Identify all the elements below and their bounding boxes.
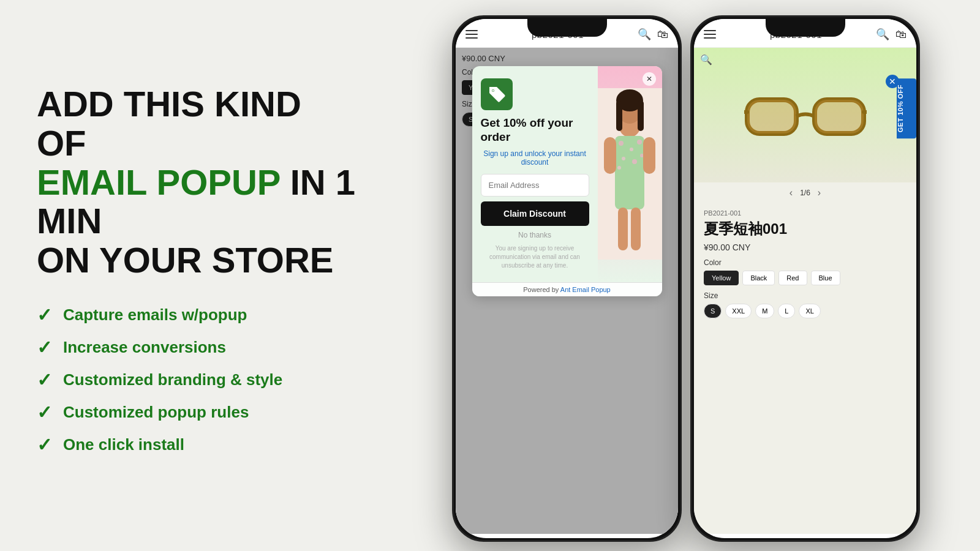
- feature-item-1: ✓ Capture emails w/popup: [37, 304, 355, 326]
- main-title: ADD THIS KIND OF EMAIL POPUP IN 1 MIN ON…: [37, 84, 355, 280]
- phone-2-content: 🔍: [694, 48, 916, 534]
- product-price: ¥90.00 CNY: [704, 242, 907, 252]
- glasses-svg: [744, 88, 867, 143]
- svg-rect-17: [643, 137, 655, 174]
- svg-rect-23: [815, 100, 864, 133]
- glasses-image: [744, 88, 867, 143]
- feature-label-1: Capture emails w/popup: [63, 305, 247, 324]
- powered-by-link[interactable]: Ant Email Popup: [560, 286, 611, 293]
- phone-2: pb2021-001 🔍 🛍 🔍: [690, 15, 920, 542]
- product-color-btn-yellow[interactable]: Yellow: [704, 271, 739, 285]
- product-color-btn-black[interactable]: Black: [742, 271, 775, 285]
- product-color-btn-blue[interactable]: Blue: [811, 271, 840, 285]
- check-icon-5: ✓: [37, 434, 52, 455]
- feature-label-2: Increase conversions: [63, 338, 226, 357]
- popup-heading: Get 10% off your order: [481, 116, 589, 144]
- svg-rect-18: [618, 208, 628, 250]
- search-icon[interactable]: 🔍: [638, 28, 651, 41]
- check-icon-2: ✓: [37, 337, 52, 358]
- check-icon-3: ✓: [37, 369, 52, 391]
- popup-tag-icon: [481, 78, 513, 110]
- svg-rect-7: [638, 100, 644, 131]
- phone-1-notch: [527, 17, 607, 37]
- svg-point-9: [619, 141, 624, 146]
- product-size-label: Size: [704, 291, 907, 300]
- phone-2-nav-icons: 🔍 🛍: [876, 28, 907, 41]
- feature-item-5: ✓ One click install: [37, 434, 355, 455]
- model-image-container: [598, 66, 662, 282]
- left-section: ADD THIS KIND OF EMAIL POPUP IN 1 MIN ON…: [0, 60, 392, 491]
- svg-point-12: [622, 157, 625, 160]
- get-discount-side-tab[interactable]: GET 10% OFF: [897, 78, 916, 138]
- svg-rect-21: [747, 100, 796, 133]
- popup-close-button[interactable]: ✕: [643, 72, 656, 86]
- popup-subheading: Sign up and unlock your instant discount: [481, 149, 589, 167]
- title-highlight: EMAIL POPUP: [37, 162, 281, 202]
- product-size-btn-xl[interactable]: XL: [799, 304, 820, 318]
- product-color-label: Color: [704, 258, 907, 267]
- phone-1: pb2021-001 🔍 🛍 ¥90.00 CNY Color Yellow B…: [452, 15, 682, 542]
- phones-section: pb2021-001 🔍 🛍 ¥90.00 CNY Color Yellow B…: [392, 9, 980, 542]
- side-tab-close-button[interactable]: ✕: [886, 75, 899, 88]
- svg-point-13: [632, 159, 637, 164]
- claim-discount-button[interactable]: Claim Discount: [481, 201, 589, 226]
- product-size-btn-l[interactable]: L: [778, 304, 795, 318]
- phone2-hamburger-icon[interactable]: [704, 30, 716, 39]
- feature-item-3: ✓ Customized branding & style: [37, 369, 355, 391]
- phone-1-screen: pb2021-001 🔍 🛍 ¥90.00 CNY Color Yellow B…: [456, 19, 678, 538]
- title-line3: ON YOUR STORE: [37, 240, 334, 280]
- feature-label-5: One click install: [63, 435, 184, 454]
- zoom-icon[interactable]: 🔍: [700, 54, 712, 66]
- svg-rect-6: [616, 100, 622, 131]
- phone-2-screen: pb2021-001 🔍 🛍 🔍: [694, 19, 916, 538]
- no-thanks-text[interactable]: No thanks: [481, 231, 589, 239]
- svg-point-14: [617, 166, 621, 170]
- phone-1-nav-icons: 🔍 🛍: [638, 28, 668, 41]
- product-color-buttons: Yellow Black Red Blue: [704, 271, 907, 285]
- check-icon-4: ✓: [37, 402, 52, 423]
- check-icon-1: ✓: [37, 304, 52, 326]
- title-line1: ADD THIS KIND OF: [37, 84, 301, 163]
- product-image-area: 🔍: [694, 48, 916, 182]
- svg-rect-8: [615, 136, 644, 209]
- feature-item-2: ✓ Increase conversions: [37, 337, 355, 358]
- powered-by-bar: Powered by Ant Email Popup: [472, 282, 662, 296]
- svg-point-11: [637, 140, 642, 144]
- pagination-prev[interactable]: ‹: [790, 187, 793, 198]
- product-sku: PB2021-001: [704, 209, 907, 217]
- email-popup: ✕ Get 10% off your or: [472, 66, 662, 296]
- product-color-btn-red[interactable]: Red: [778, 271, 807, 285]
- model-illustration: [598, 88, 662, 260]
- email-input[interactable]: [481, 174, 589, 197]
- product-size-buttons: S XXL M L XL: [704, 304, 907, 318]
- popup-disclaimer: You are signing up to receive communicat…: [481, 244, 589, 270]
- product-name: 夏季短袖001: [704, 219, 907, 239]
- features-list: ✓ Capture emails w/popup ✓ Increase conv…: [37, 304, 355, 455]
- image-pagination: ‹ 1/6 ›: [694, 182, 916, 203]
- product-size-btn-m[interactable]: M: [755, 304, 774, 318]
- phone2-cart-icon[interactable]: 🛍: [895, 28, 907, 41]
- cart-icon[interactable]: 🛍: [657, 28, 668, 41]
- popup-inner: Get 10% off your order Sign up and unloc…: [472, 66, 662, 282]
- popup-left-content: Get 10% off your order Sign up and unloc…: [472, 66, 598, 282]
- product-details: PB2021-001 夏季短袖001 ¥90.00 CNY Color Yell…: [694, 203, 916, 324]
- hamburger-icon[interactable]: [466, 30, 478, 39]
- pagination-next[interactable]: ›: [818, 187, 821, 198]
- tag-svg: [487, 84, 507, 104]
- svg-point-10: [630, 148, 633, 151]
- feature-label-4: Customized popup rules: [63, 403, 249, 422]
- pagination-number: 1/6: [800, 189, 810, 197]
- feature-item-4: ✓ Customized popup rules: [37, 402, 355, 423]
- svg-rect-19: [631, 208, 641, 250]
- phone-1-content: ¥90.00 CNY Color Yellow Black Red Blue S…: [456, 48, 678, 534]
- powered-by-text: Powered by: [523, 286, 560, 293]
- popup-model-image: [598, 66, 662, 282]
- phone2-search-icon[interactable]: 🔍: [876, 28, 889, 41]
- svg-point-1: [492, 90, 494, 92]
- product-size-btn-xxl[interactable]: XXL: [725, 304, 752, 318]
- popup-overlay: ✕ Get 10% off your or: [456, 48, 678, 534]
- svg-rect-16: [604, 137, 616, 174]
- product-size-btn-s[interactable]: S: [704, 304, 722, 318]
- feature-label-3: Customized branding & style: [63, 370, 282, 389]
- phone-2-notch: [766, 17, 845, 37]
